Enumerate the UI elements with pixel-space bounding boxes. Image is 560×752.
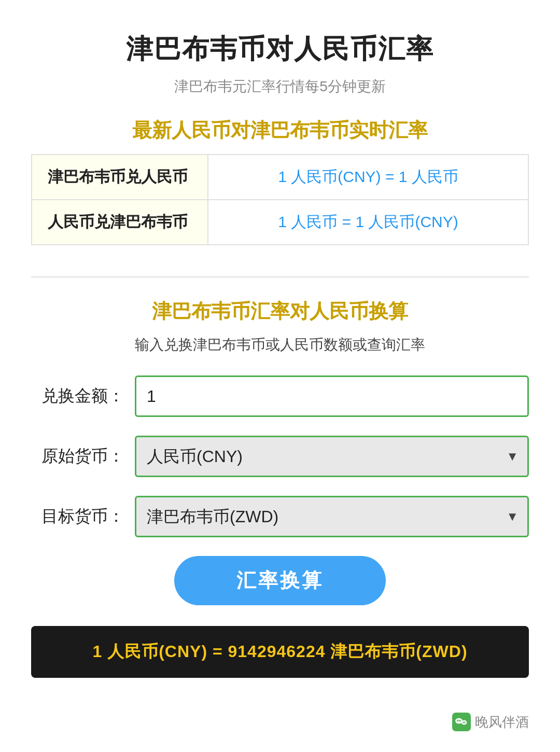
- brand-name: 晚风伴酒: [475, 713, 529, 731]
- svg-point-4: [461, 720, 467, 725]
- rate-row-2-value: 1 人民币 = 1 人民币(CNY): [208, 200, 528, 245]
- divider: [31, 276, 529, 277]
- rate-table: 津巴布韦币兑人民币 1 人民币(CNY) = 1 人民币 人民币兑津巴布韦币 1…: [31, 154, 529, 245]
- calc-button-row: 汇率换算: [31, 556, 529, 605]
- result-text: 1 人民币(CNY) = 9142946224 津巴布韦币(ZWD): [92, 642, 467, 661]
- amount-row: 兑换金额：: [31, 375, 529, 417]
- table-row: 人民币兑津巴布韦币 1 人民币 = 1 人民币(CNY): [32, 200, 528, 245]
- main-title: 津巴布韦币对人民币汇率: [126, 31, 434, 67]
- svg-point-2: [457, 720, 459, 721]
- target-currency-wrapper: 津巴布韦币(ZWD) 人民币(CNY) 美元(USD) 欧元(EUR) 英镑(G…: [135, 496, 529, 537]
- rate-row-2-label: 人民币兑津巴布韦币: [32, 200, 208, 245]
- amount-input[interactable]: [135, 375, 529, 417]
- source-label: 原始货币：: [31, 445, 135, 468]
- subtitle: 津巴布韦元汇率行情每5分钟更新: [174, 77, 386, 96]
- svg-point-6: [464, 722, 465, 723]
- target-label: 目标货币：: [31, 505, 135, 528]
- calc-section: 兑换金额： 原始货币： 人民币(CNY) 津巴布韦币(ZWD) 美元(USD) …: [31, 375, 529, 699]
- amount-label: 兑换金额：: [31, 385, 135, 408]
- source-currency-wrapper: 人民币(CNY) 津巴布韦币(ZWD) 美元(USD) 欧元(EUR) 英镑(G…: [135, 436, 529, 477]
- footer-brand: 晚风伴酒: [31, 707, 529, 731]
- rate-row-1-value: 1 人民币(CNY) = 1 人民币: [208, 155, 528, 200]
- result-bar: 1 人民币(CNY) = 9142946224 津巴布韦币(ZWD): [31, 626, 529, 678]
- table-row: 津巴布韦币兑人民币 1 人民币(CNY) = 1 人民币: [32, 155, 528, 200]
- section1-title: 最新人民币对津巴布韦币实时汇率: [132, 117, 428, 144]
- svg-point-5: [463, 722, 464, 723]
- rate-row-1-label: 津巴布韦币兑人民币: [32, 155, 208, 200]
- svg-point-3: [459, 720, 461, 721]
- source-currency-row: 原始货币： 人民币(CNY) 津巴布韦币(ZWD) 美元(USD) 欧元(EUR…: [31, 436, 529, 477]
- wechat-icon: [452, 713, 471, 731]
- source-currency-select[interactable]: 人民币(CNY) 津巴布韦币(ZWD) 美元(USD) 欧元(EUR) 英镑(G…: [135, 436, 529, 477]
- target-currency-row: 目标货币： 津巴布韦币(ZWD) 人民币(CNY) 美元(USD) 欧元(EUR…: [31, 496, 529, 537]
- calc-description: 输入兑换津巴布韦币或人民币数额或查询汇率: [135, 335, 425, 355]
- section2-title: 津巴布韦币汇率对人民币换算: [152, 298, 408, 325]
- calc-button[interactable]: 汇率换算: [174, 556, 386, 605]
- target-currency-select[interactable]: 津巴布韦币(ZWD) 人民币(CNY) 美元(USD) 欧元(EUR) 英镑(G…: [135, 496, 529, 537]
